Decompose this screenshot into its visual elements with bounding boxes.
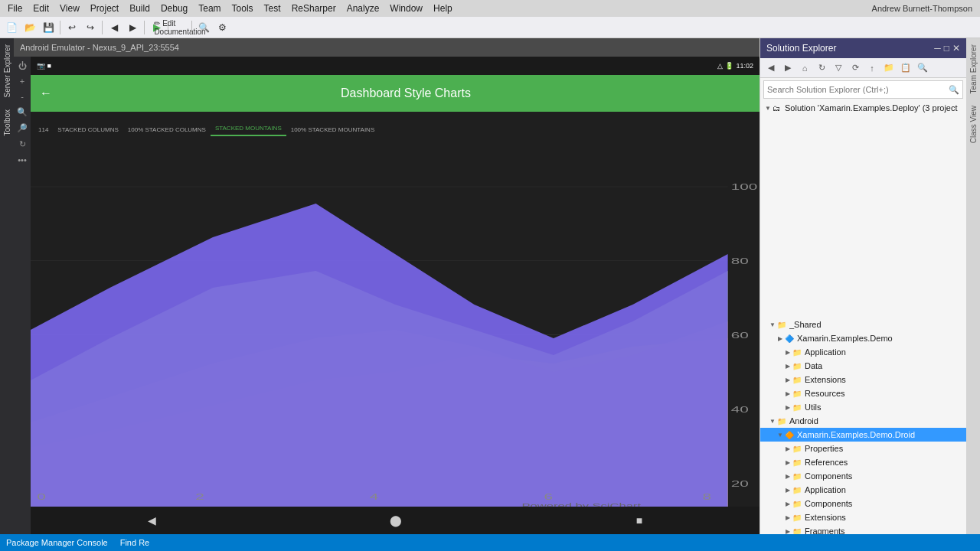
- toolbar-extra2[interactable]: ⚙: [214, 19, 230, 36]
- toolbar-redo[interactable]: ↪: [82, 19, 99, 36]
- tree-file-icon: 📁: [792, 500, 803, 508]
- se-props-btn[interactable]: 📋: [898, 60, 913, 76]
- se-home-btn[interactable]: ⌂: [797, 60, 812, 76]
- tab-3[interactable]: STACKED MOUNTAINS: [211, 122, 286, 136]
- menu-build[interactable]: Build: [125, 2, 155, 15]
- nav-home-btn[interactable]: ⬤: [390, 514, 402, 527]
- emulator-title: Android Emulator - Nexus_9_API_23:5554: [20, 43, 179, 52]
- tree-item[interactable]: ▶📁References: [760, 455, 966, 469]
- se-search-btn[interactable]: 🔍: [915, 60, 930, 76]
- tab-1[interactable]: STACKED COLUMNS: [53, 123, 122, 136]
- se-files-btn[interactable]: 📁: [881, 60, 897, 76]
- tab-bar: 114 STACKED COLUMNS 100% STACKED COLUMNS…: [31, 112, 760, 136]
- tree-item[interactable]: ▶📁Components: [760, 469, 966, 483]
- se-search-box[interactable]: 🔍: [763, 80, 963, 99]
- se-header: Solution Explorer ─ □ ✕: [760, 38, 966, 58]
- app-back-button[interactable]: ←: [40, 86, 52, 100]
- menu-edit[interactable]: Edit: [28, 2, 54, 15]
- svg-text:60: 60: [731, 331, 749, 341]
- toolbar-extra1[interactable]: 🔍: [195, 19, 212, 36]
- se-toolbar: ◀ ▶ ⌂ ↻ ▽ ⟳ ↑ 📁 📋 🔍: [760, 58, 966, 78]
- tree-item[interactable]: ▶📁Properties: [760, 442, 966, 455]
- tree-file-icon: 📁: [792, 527, 803, 535]
- svg-text:40: 40: [731, 405, 749, 415]
- server-explorer-tab[interactable]: Server Explorer: [2, 38, 13, 103]
- menu-view[interactable]: View: [55, 2, 84, 15]
- svg-text:0: 0: [37, 492, 46, 502]
- menu-help[interactable]: Help: [429, 2, 457, 15]
- tree-item[interactable]: ▶📁Resources: [760, 386, 966, 400]
- tree-file-icon: 📁: [777, 321, 788, 329]
- se-collapse-btn[interactable]: ↑: [864, 60, 880, 76]
- toolbar-edit-docs[interactable]: ✏ Edit Documentation: [172, 19, 188, 36]
- se-close-btn[interactable]: ✕: [952, 43, 960, 54]
- tree-item[interactable]: ▼📁Android: [760, 414, 966, 428]
- tree-arrow: ▶: [783, 473, 792, 480]
- tree-item[interactable]: ▶📁Components: [760, 497, 966, 510]
- main-toolbar: 📄 📂 💾 ↩ ↪ ◀ ▶ ▶ ✏ Edit Documentation 🔍 ⚙: [0, 17, 980, 38]
- toolbar-back[interactable]: ◀: [106, 19, 122, 36]
- svg-text:100: 100: [731, 182, 758, 192]
- vol-up-btn[interactable]: +: [18, 75, 26, 87]
- menu-file[interactable]: File: [3, 2, 27, 15]
- tree-item[interactable]: ▶📁Data: [760, 359, 966, 373]
- tree-item[interactable]: ▶📁Extensions: [760, 373, 966, 386]
- tab-4[interactable]: 100% STACKED MOUNTAINS: [286, 123, 380, 136]
- menu-analyze[interactable]: Analyze: [342, 2, 384, 15]
- zoom-out-btn[interactable]: 🔎: [15, 122, 29, 135]
- menu-tools[interactable]: Tools: [227, 2, 258, 15]
- class-view-tab[interactable]: Class View: [968, 99, 979, 149]
- menu-test[interactable]: Test: [260, 2, 286, 15]
- power-btn[interactable]: ⏻: [17, 60, 28, 72]
- tree-item[interactable]: ▶📁Application: [760, 483, 966, 497]
- toolbar-forward[interactable]: ▶: [124, 19, 141, 36]
- tab-2[interactable]: 100% STACKED COLUMNS: [123, 123, 211, 136]
- status-find[interactable]: Find Re: [120, 538, 150, 547]
- se-sync-btn[interactable]: ↻: [814, 60, 829, 76]
- status-package-manager[interactable]: Package Manager Console: [6, 538, 108, 547]
- tree-arrow: ▶: [783, 363, 792, 370]
- tree-item[interactable]: ▼🔶Xamarin.Examples.Demo.Droid: [760, 428, 966, 442]
- tree-item-label: Xamarin.Examples.Demo.Droid: [797, 430, 963, 439]
- menu-team[interactable]: Team: [194, 2, 225, 15]
- more-btn[interactable]: •••: [16, 154, 28, 166]
- svg-text:2: 2: [195, 492, 204, 502]
- svg-text:80: 80: [731, 256, 749, 266]
- menu-window[interactable]: Window: [385, 2, 427, 15]
- nav-recent-btn[interactable]: ■: [636, 514, 642, 527]
- tree-solution-root[interactable]: ▼ 🗂 Solution 'Xamarin.Examples.Deploy' (…: [760, 101, 966, 115]
- tree-item[interactable]: ▶📁Utils: [760, 400, 966, 414]
- tree-item[interactable]: ▼📁_Shared: [760, 318, 966, 331]
- se-restore-btn[interactable]: □: [944, 43, 949, 54]
- nav-back-btn[interactable]: ◀: [148, 514, 156, 527]
- tree-item-label: Xamarin.Examples.Demo: [797, 334, 963, 343]
- tree-item[interactable]: ▶📁Extensions: [760, 510, 966, 524]
- se-forward-btn[interactable]: ▶: [780, 60, 795, 76]
- toolbar-new[interactable]: 📄: [3, 19, 20, 36]
- tree-item[interactable]: ▶🔷Xamarin.Examples.Demo: [760, 331, 966, 345]
- tree-file-icon: 📁: [792, 390, 803, 398]
- se-minus-btn[interactable]: ─: [934, 43, 941, 54]
- menu-debug[interactable]: Debug: [156, 2, 192, 15]
- se-filter-btn[interactable]: ▽: [831, 60, 846, 76]
- tree-item[interactable]: ▶📁Fragments: [760, 524, 966, 534]
- se-refresh-btn[interactable]: ⟳: [848, 60, 863, 76]
- tree-item[interactable]: ▶📁Application: [760, 345, 966, 359]
- toolbar-sep1: [60, 21, 60, 34]
- vol-down-btn[interactable]: -: [19, 90, 25, 103]
- toolbar-undo[interactable]: ↩: [64, 19, 80, 36]
- app-header: ← Dashboard Style Charts: [31, 75, 760, 112]
- toolbar-open[interactable]: 📂: [21, 19, 38, 36]
- zoom-in-btn[interactable]: 🔍: [15, 106, 29, 119]
- team-explorer-tab[interactable]: Team Explorer: [968, 38, 979, 99]
- menu-project[interactable]: Project: [86, 2, 123, 15]
- toolbox-tab[interactable]: Toolbox: [2, 103, 13, 142]
- tab-0[interactable]: 114: [34, 123, 53, 136]
- far-left-strip: Server Explorer Toolbox: [0, 38, 14, 534]
- rotate-btn[interactable]: ↻: [18, 138, 28, 151]
- menu-resharper[interactable]: ReSharper: [287, 2, 341, 15]
- se-back-btn[interactable]: ◀: [763, 60, 779, 76]
- tree-item-label: Data: [805, 361, 963, 370]
- se-search-input[interactable]: [767, 85, 949, 94]
- toolbar-save[interactable]: 💾: [40, 19, 57, 36]
